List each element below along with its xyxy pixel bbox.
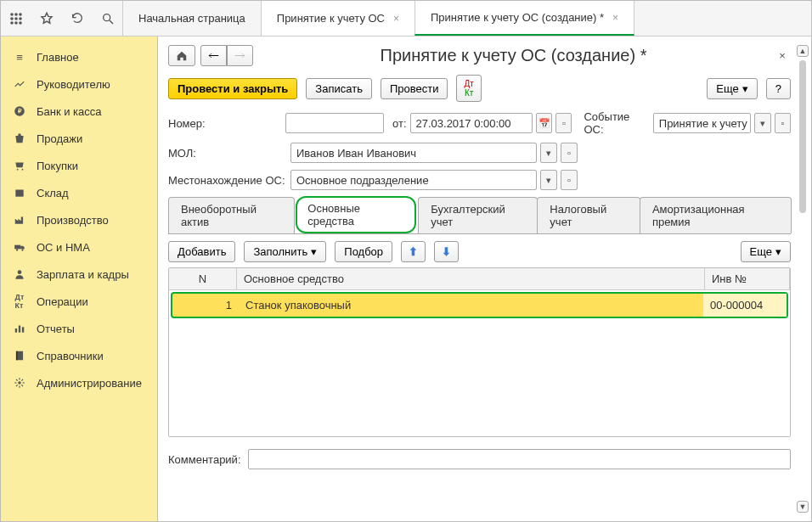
svg-rect-16: [14, 245, 20, 250]
home-icon: ≡: [13, 50, 26, 64]
table-more-button[interactable]: Еще ▾: [741, 241, 791, 262]
search-icon[interactable]: [99, 10, 116, 27]
chevron-down-icon: ▾: [742, 82, 748, 95]
sidebar-item-assets[interactable]: ОС и НМА: [1, 233, 157, 261]
sidebar-item-production[interactable]: Производство: [1, 206, 157, 233]
sidebar-item-label: Операции: [37, 295, 88, 308]
location-field[interactable]: Основное подразделение: [290, 170, 537, 190]
svg-rect-22: [22, 327, 24, 332]
sidebar-item-reports[interactable]: Отчеты: [1, 315, 157, 342]
sidebar-item-label: Руководителю: [37, 78, 110, 91]
post-button[interactable]: Провести: [381, 78, 448, 99]
scroll-thumb[interactable]: [799, 60, 806, 213]
sidebar-item-label: Банк и касса: [37, 105, 102, 118]
close-form-button[interactable]: ×: [774, 49, 791, 62]
scroll-down-button[interactable]: ▼: [797, 501, 809, 513]
date-field[interactable]: 27.03.2017 0:00:00: [410, 113, 533, 133]
close-icon[interactable]: ×: [612, 12, 618, 24]
sidebar-item-label: Администрирование: [37, 377, 142, 390]
svg-point-14: [22, 169, 24, 171]
tab-doc-create[interactable]: Принятие к учету ОС (создание) * ×: [414, 1, 634, 36]
post-and-close-button[interactable]: Провести и закрыть: [168, 78, 297, 99]
sidebar-item-sales[interactable]: Продажи: [1, 125, 157, 152]
dropdown-button[interactable]: ▾: [540, 143, 557, 163]
doc-tab-tax[interactable]: Налоговый учет: [537, 197, 640, 233]
more-button[interactable]: Еще ▾: [707, 78, 757, 99]
sidebar-item-warehouse[interactable]: Склад: [1, 179, 157, 206]
tab-home[interactable]: Начальная страница: [122, 1, 262, 36]
mol-field[interactable]: Иванов Иван Иванович: [290, 143, 537, 163]
back-button[interactable]: 🡐: [200, 45, 227, 66]
doc-tab-fixed-assets[interactable]: Основные средства: [296, 196, 416, 233]
add-row-button[interactable]: Добавить: [168, 241, 235, 262]
scroll-up-button[interactable]: ▲: [797, 45, 809, 57]
sidebar-item-label: Зарплата и кадры: [37, 268, 129, 281]
sidebar-item-label: ОС и НМА: [37, 241, 90, 254]
svg-rect-20: [15, 328, 17, 333]
pick-button[interactable]: Подбор: [335, 241, 392, 262]
event-label: Событие ОС:: [584, 110, 649, 136]
sidebar-item-bank[interactable]: ₽ Банк и касса: [1, 98, 157, 125]
number-field[interactable]: [285, 113, 384, 133]
apps-icon[interactable]: [8, 10, 25, 27]
number-label: Номер:: [168, 117, 282, 130]
cart-icon: [13, 159, 26, 172]
cell-inv: 00-000004: [703, 294, 787, 317]
dropdown-button[interactable]: ▾: [754, 113, 770, 133]
forward-button[interactable]: 🡒: [227, 45, 253, 66]
fill-button[interactable]: Заполнить ▾: [244, 241, 326, 262]
open-button[interactable]: ▫: [775, 113, 791, 133]
comment-field[interactable]: [248, 449, 791, 469]
mol-label: МОЛ:: [168, 147, 287, 160]
page-title: Принятие к учету ОС (создание) *: [253, 46, 774, 65]
tab-doc-list[interactable]: Принятие к учету ОС ×: [261, 1, 415, 36]
sidebar-item-label: Покупки: [37, 160, 78, 172]
sidebar-item-purchases[interactable]: Покупки: [1, 152, 157, 179]
open-button[interactable]: ▫: [561, 143, 578, 163]
bag-icon: [13, 132, 26, 145]
svg-point-19: [18, 270, 22, 274]
cell-name: Станок упаковочный: [239, 294, 703, 317]
doc-tab-accounting[interactable]: Бухгалтерский учет: [418, 197, 538, 233]
svg-point-13: [17, 169, 19, 171]
location-label: Местонахождение ОС:: [168, 174, 287, 187]
star-icon[interactable]: [38, 10, 55, 27]
assets-table: N Основное средство Инв № 1 Станок упако…: [168, 267, 791, 437]
history-icon[interactable]: [69, 10, 86, 27]
help-button[interactable]: ?: [766, 78, 791, 99]
dropdown-button[interactable]: ▾: [540, 170, 557, 190]
cell-n: 1: [172, 294, 239, 317]
svg-point-0: [10, 13, 14, 16]
sidebar-item-refs[interactable]: Справочники: [1, 342, 157, 369]
dtkt-button[interactable]: ДтКт: [456, 75, 481, 102]
calendar-button[interactable]: 📅: [536, 113, 552, 133]
main-area: ≡ Главное Руководителю ₽ Банк и касса Пр…: [1, 36, 811, 521]
move-down-button[interactable]: ⬇: [434, 241, 459, 262]
bar-chart-icon: [13, 322, 26, 335]
sidebar-item-operations[interactable]: ДтКт Операции: [1, 288, 157, 315]
sidebar-item-admin[interactable]: Администрирование: [1, 369, 157, 396]
move-up-button[interactable]: ⬆: [401, 241, 426, 262]
save-button[interactable]: Записать: [306, 78, 372, 99]
tab-label: Начальная страница: [138, 12, 245, 25]
open-button[interactable]: ▫: [561, 170, 578, 190]
tab-label: Принятие к учету ОС (создание) *: [431, 11, 604, 24]
col-n[interactable]: N: [169, 268, 237, 289]
col-name[interactable]: Основное средство: [237, 268, 705, 289]
window-tabs: Начальная страница Принятие к учету ОС ×…: [123, 1, 634, 36]
open-button[interactable]: ▫: [555, 113, 572, 133]
vertical-scrollbar[interactable]: ▲ ▼: [796, 45, 809, 513]
home-button[interactable]: [168, 45, 195, 66]
doc-tab-depr-bonus[interactable]: Амортизационная премия: [640, 197, 792, 233]
svg-point-1: [14, 13, 18, 16]
close-icon[interactable]: ×: [393, 13, 399, 25]
chart-up-icon: [13, 77, 26, 91]
sidebar-item-main[interactable]: ≡ Главное: [1, 43, 157, 70]
doc-tab-noncurrent-asset[interactable]: Внеоборотный актив: [168, 197, 295, 233]
doc-tabs: Внеоборотный актив Основные средства Бух…: [168, 197, 791, 234]
col-inv[interactable]: Инв №: [705, 268, 790, 289]
event-field[interactable]: Принятие к учету: [653, 113, 752, 133]
sidebar-item-hr[interactable]: Зарплата и кадры: [1, 261, 157, 288]
table-row[interactable]: 1 Станок упаковочный 00-000004: [171, 292, 788, 318]
sidebar-item-manager[interactable]: Руководителю: [1, 70, 157, 98]
